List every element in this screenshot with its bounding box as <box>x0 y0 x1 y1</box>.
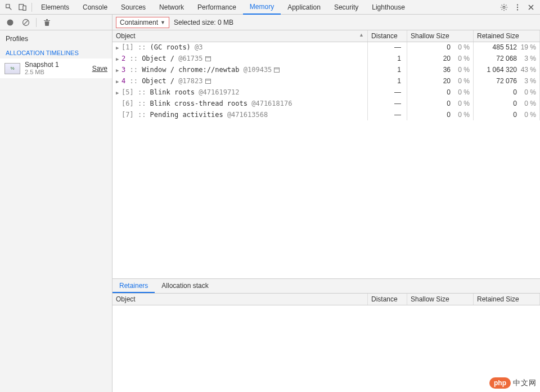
table-row[interactable]: [7] :: Pending activities @471613568—00 … <box>112 109 540 120</box>
row-address: @17823 <box>178 77 202 85</box>
row-address: @109435 <box>244 66 272 74</box>
tab-network[interactable]: Network <box>152 0 191 15</box>
tab-security[interactable]: Security <box>327 0 365 15</box>
svg-rect-1 <box>23 6 26 10</box>
tab-application[interactable]: Application <box>281 0 327 15</box>
clear-icon[interactable] <box>18 15 34 30</box>
inspect-icon[interactable] <box>2 1 16 14</box>
retained-size-cell: 72 0763 % <box>474 75 540 87</box>
snapshot-icon: % <box>4 63 20 74</box>
object-cell: ▶3 :: Window / chrome://newtab @109435 <box>112 64 368 75</box>
chevron-down-icon: ▼ <box>160 20 165 25</box>
col-shallow-size[interactable]: Shallow Size <box>407 294 474 305</box>
expand-icon[interactable]: ▶ <box>116 56 122 62</box>
tab-elements[interactable]: Elements <box>34 0 76 15</box>
row-name: Object / <box>142 77 174 85</box>
col-retained-size[interactable]: Retained Size <box>474 294 540 305</box>
window-icon <box>274 67 280 73</box>
row-index: [7] <box>122 111 134 119</box>
selected-size: Selected size: 0 MB <box>174 19 233 26</box>
expand-icon[interactable]: ▶ <box>116 67 122 73</box>
col-object[interactable]: Object <box>112 294 368 305</box>
kebab-menu-icon[interactable] <box>511 1 524 14</box>
shallow-size-cell: 00 % <box>407 109 474 120</box>
row-address: @3 <box>195 43 202 51</box>
memory-toolbar: Containment ▼ Selected size: 0 MB <box>0 15 540 30</box>
expand-icon[interactable]: ▶ <box>116 90 122 96</box>
row-address: @471618176 <box>251 100 292 107</box>
close-icon[interactable] <box>524 1 538 14</box>
table-row[interactable]: ▶[5] :: Blink roots @471619712—00 %00 % <box>112 87 540 98</box>
delete-icon[interactable] <box>39 15 55 30</box>
record-icon[interactable] <box>2 15 18 30</box>
col-retained-size[interactable]: Retained Size <box>474 30 540 42</box>
gear-icon[interactable] <box>497 1 511 14</box>
snapshot-save-link[interactable]: Save <box>92 65 107 73</box>
object-cell: ▶[5] :: Blink roots @471619712 <box>112 87 368 98</box>
retained-size-cell: 00 % <box>474 87 540 98</box>
object-cell: [7] :: Pending activities @471613568 <box>112 109 368 120</box>
view-selector[interactable]: Containment ▼ <box>116 17 169 28</box>
shallow-size-cell: 00 % <box>407 98 474 109</box>
row-address: @471613568 <box>227 111 268 119</box>
svg-point-2 <box>503 6 505 8</box>
col-shallow-size[interactable]: Shallow Size <box>407 30 474 42</box>
snapshot-size: 2.5 MB <box>25 69 92 76</box>
retainers-tab-strip: RetainersAllocation stack <box>112 279 540 294</box>
distance-cell: 1 <box>368 64 407 75</box>
row-name: Blink roots <box>150 88 195 96</box>
tab-console[interactable]: Console <box>76 0 114 15</box>
row-address: @61735 <box>178 55 202 62</box>
window-icon <box>205 56 211 61</box>
expand-icon[interactable]: ▶ <box>116 45 122 51</box>
row-name: Blink cross-thread roots <box>150 100 248 107</box>
row-name: (GC roots) <box>150 43 191 51</box>
distance-cell: — <box>368 98 407 109</box>
table-row[interactable]: ▶[1] :: (GC roots) @3—00 %485 51219 % <box>112 42 540 53</box>
table-row[interactable]: ▶3 :: Window / chrome://newtab @10943513… <box>112 64 540 75</box>
col-distance[interactable]: Distance <box>368 294 407 305</box>
svg-point-6 <box>7 19 14 25</box>
row-index: [6] <box>122 100 134 107</box>
separator <box>32 3 32 12</box>
distance-cell: — <box>368 42 407 53</box>
svg-point-3 <box>517 4 518 5</box>
tab-allocation-stack[interactable]: Allocation stack <box>155 278 215 293</box>
window-icon <box>205 79 211 84</box>
shallow-size-cell: 360 % <box>407 64 474 75</box>
expand-icon[interactable]: ▶ <box>116 79 122 84</box>
sort-indicator-icon: ▲ <box>359 32 364 38</box>
col-distance[interactable]: Distance <box>368 30 407 42</box>
row-index: [5] <box>122 88 134 96</box>
tab-sources[interactable]: Sources <box>114 0 152 15</box>
col-object[interactable]: Object ▲ <box>112 30 368 42</box>
shallow-size-cell: 200 % <box>407 53 474 64</box>
shallow-size-cell: 00 % <box>407 87 474 98</box>
expand-spacer <box>116 112 122 118</box>
tab-lighthouse[interactable]: Lighthouse <box>365 0 412 15</box>
svg-point-5 <box>517 9 518 10</box>
tab-performance[interactable]: Performance <box>191 0 243 15</box>
row-name: Window / chrome://newtab <box>142 66 239 74</box>
snapshot-title: Snapshot 1 <box>25 61 92 69</box>
devtools-tab-strip: ElementsConsoleSourcesNetworkPerformance… <box>0 0 540 15</box>
distance-cell: — <box>368 87 407 98</box>
table-row[interactable]: [6] :: Blink cross-thread roots @4716181… <box>112 98 540 109</box>
svg-point-4 <box>517 6 518 7</box>
allocation-timelines-label: ALLOCATION TIMELINES <box>0 46 112 58</box>
table-row[interactable]: ▶4 :: Object / @178231200 %72 0763 % <box>112 75 540 87</box>
object-cell: [6] :: Blink cross-thread roots @4716181… <box>112 98 368 109</box>
device-toggle-icon[interactable] <box>16 1 29 14</box>
tab-memory[interactable]: Memory <box>243 0 281 15</box>
tab-retainers[interactable]: Retainers <box>112 278 155 293</box>
row-name: Pending activities <box>150 111 223 119</box>
expand-spacer <box>116 101 122 107</box>
row-index: [1] <box>122 43 134 51</box>
profiles-sidebar: Profiles ALLOCATION TIMELINES % Snapshot… <box>0 30 112 392</box>
separator <box>36 18 37 27</box>
table-row[interactable]: ▶2 :: Object / @617351200 %72 0683 % <box>112 53 540 64</box>
retained-size-cell: 72 0683 % <box>474 53 540 64</box>
shallow-size-cell: 00 % <box>407 42 474 53</box>
snapshot-item[interactable]: % Snapshot 1 2.5 MB Save <box>0 58 112 78</box>
distance-cell: — <box>368 109 407 120</box>
